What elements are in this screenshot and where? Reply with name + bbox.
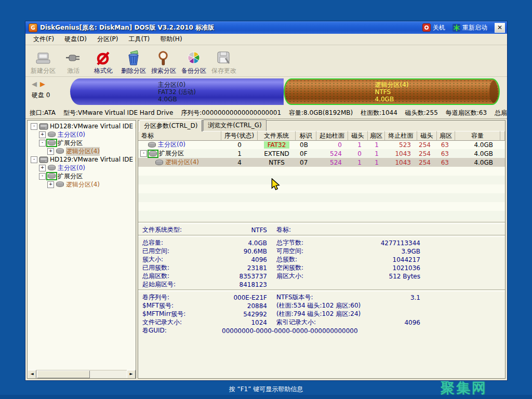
prev-disk-arrow[interactable]: ◀ — [32, 80, 40, 88]
table-row[interactable]: -扩展分区1EXTEND0F524011043254634.0GB — [138, 149, 505, 158]
disk-info-segment-4: 柱面数:1044 — [361, 109, 397, 117]
tab-bar: 分区参数(CTRL_D)浏览文件(CTRL_G) — [138, 121, 505, 131]
seq-cell: 1 — [221, 150, 258, 157]
tree-item-4[interactable]: -HD129:VMware Virtual IDE H — [29, 155, 136, 164]
toolbar-button-label: 格式化 — [94, 66, 113, 75]
scroll-left-button[interactable]: ◄ — [28, 370, 36, 379]
tree-horizontal-scrollbar[interactable]: ◄ ► — [28, 370, 136, 378]
details-row: 已用空间:90.6MB可用空间:3.9GB — [138, 247, 505, 255]
id-cell: 0F — [296, 150, 316, 157]
shutdown-button[interactable]: 关机 — [422, 23, 445, 32]
toolbar-button-label: 新建分区 — [31, 66, 56, 75]
capacity-cell: 4.0GB — [455, 159, 500, 166]
column-header-4: 起始柱面 — [316, 131, 348, 141]
restart-button[interactable]: 重新启动 — [453, 23, 487, 32]
partition-name: 扩展分区 — [159, 149, 184, 158]
capacity-cell: 4.0GB — [455, 141, 500, 149]
detail-label: 空闲簇数: — [267, 263, 363, 272]
detail-value: 20884 — [218, 302, 267, 310]
menu-item-0[interactable]: 文件(F) — [29, 34, 59, 45]
column-header-filler — [500, 131, 505, 141]
tree-item-1[interactable]: +主分区(0) — [29, 130, 136, 139]
tree-expander[interactable]: - — [39, 140, 46, 147]
toolbar-button-3[interactable]: 删除分区 — [119, 49, 148, 75]
disk-info-segment-6: 每道扇区数:63 — [446, 109, 487, 117]
end-head-cell: 254 — [417, 141, 437, 149]
toolbar-button-label: 删除分区 — [121, 66, 146, 75]
tree-item-2[interactable]: -扩展分区 — [29, 139, 136, 147]
start-cyl-cell: 524 — [316, 159, 348, 166]
tree-expander[interactable]: - — [31, 156, 37, 163]
partition-block-0[interactable]: 主分区(0)FAT32 (活动)4.0GB — [70, 78, 284, 105]
start-sector-cell: 1 — [368, 150, 385, 157]
start-sector-cell: 1 — [368, 141, 385, 149]
details-row: 簇大小:4096总簇数:1044217 — [138, 255, 505, 263]
table-row[interactable]: 主分区(0)0FAT320B011523254634.0GB — [138, 140, 505, 149]
detail-label: NTFS版本号: — [267, 293, 363, 302]
titlebar[interactable]: G DiskGenius[原名: DiskMan] DOS版 V3.2.2010… — [25, 21, 507, 34]
tree-item-label: 扩展分区 — [58, 139, 83, 148]
scroll-right-button[interactable]: ► — [127, 370, 136, 379]
detail-label: 已用簇数: — [142, 263, 218, 272]
tree-item-6[interactable]: -扩展分区 — [29, 172, 136, 180]
column-header-10: 容量 — [455, 131, 500, 141]
scroll-thumb[interactable] — [37, 370, 90, 378]
toolbar-button-0[interactable]: 新建分区 — [29, 49, 58, 75]
tree-item-3[interactable]: +逻辑分区(4) — [29, 147, 136, 155]
details-row: 起始扇区号:8418123 — [138, 280, 505, 288]
details-separator — [138, 235, 505, 237]
menu-item-1[interactable]: 硬盘(D) — [60, 34, 91, 45]
tree-expander[interactable]: - — [31, 123, 37, 130]
filesystem-highlight: FAT32 — [264, 141, 290, 149]
detail-value: 8418123 — [218, 281, 267, 288]
tree-expander[interactable]: + — [47, 181, 54, 188]
detail-value: 90.6MB — [218, 248, 267, 255]
menu-item-3[interactable]: 工具(T) — [124, 34, 154, 45]
toolbar-button-2[interactable]: 格式化 — [89, 49, 118, 75]
extended-partition-icon — [149, 151, 157, 157]
tab-0[interactable]: 分区参数(CTRL_D) — [139, 120, 202, 131]
search-partition-icon — [155, 49, 172, 66]
table-row[interactable]: 逻辑分区(4)4NTFS07524111043254634.0GB — [138, 158, 505, 167]
close-button[interactable]: ✕ — [495, 23, 505, 33]
toolbar-button-1[interactable]: 激活 — [59, 49, 88, 75]
partition-block-1[interactable]: 逻辑分区(4)NTFS4.0GB — [284, 78, 500, 105]
detail-value: NTFS — [218, 227, 267, 234]
toolbar-button-5[interactable]: 备份分区 — [179, 49, 208, 75]
tree-expander[interactable]: + — [39, 165, 46, 171]
filesystem-cell: FAT32 — [258, 141, 296, 149]
start-sector-cell: 1 — [368, 159, 385, 166]
tree-expander[interactable]: + — [47, 148, 54, 155]
disk-info-segment-1: 型号:VMware Virtual IDE Hard Drive — [63, 109, 173, 117]
menu-item-4[interactable]: 帮助(H) — [155, 34, 187, 45]
detail-label: 文件记录大小: — [142, 318, 218, 327]
harddisk-icon — [39, 123, 48, 130]
column-header-3: 标识 — [296, 131, 316, 141]
detail-label: 卷标: — [267, 225, 363, 234]
seq-cell: 4 — [221, 159, 258, 166]
row-expander[interactable]: - — [140, 150, 147, 157]
tree-expander[interactable]: - — [39, 173, 46, 180]
detail-label: 总扇区数: — [142, 272, 218, 281]
detail-value: 1044217 — [363, 256, 420, 263]
tree-expander[interactable]: + — [39, 131, 46, 138]
next-disk-arrow[interactable]: ▶ — [40, 80, 48, 88]
app-icon: G — [29, 23, 37, 32]
menu-item-2[interactable]: 分区(P) — [92, 34, 123, 45]
tree-item-5[interactable]: +主分区(0) — [29, 164, 136, 172]
start-cyl-cell: 0 — [316, 141, 348, 149]
tree-item-7[interactable]: +逻辑分区(4) — [29, 180, 136, 189]
activate-icon — [64, 49, 82, 66]
toolbar-button-4[interactable]: 搜索分区 — [149, 49, 178, 75]
tab-1[interactable]: 浏览文件(CTRL_G) — [203, 119, 266, 131]
end-sector-cell: 63 — [437, 150, 455, 157]
tree-item-label: 扩展分区 — [58, 172, 83, 181]
table-empty-area — [138, 167, 505, 220]
tree-item-label: 主分区(0) — [58, 164, 85, 172]
toolbar-button-6[interactable]: 保存更改 — [209, 49, 238, 75]
detail-value: 8353737 — [218, 273, 267, 280]
disk-bar: ◀▶ 硬盘 0 主分区(0)FAT32 (活动)4.0GB逻辑分区(4)NTFS… — [25, 77, 507, 107]
tree-item-0[interactable]: -HD128:VMware Virtual IDE H — [29, 122, 136, 130]
column-header-6: 扇区 — [368, 131, 385, 141]
detail-value: 3.1 — [363, 294, 420, 301]
